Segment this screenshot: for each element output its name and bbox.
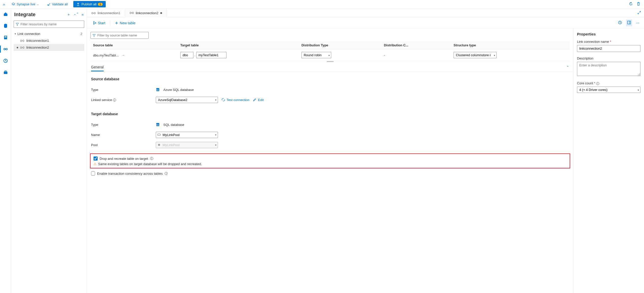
nav-develop[interactable] <box>2 34 9 41</box>
properties-heading: Properties <box>577 32 640 36</box>
sql-db-icon: SQL <box>156 123 160 127</box>
link-connection-icon <box>20 39 24 42</box>
nav-home[interactable] <box>2 11 9 18</box>
description-label: Description <box>577 56 640 60</box>
source-type-value: Azure SQL database <box>163 88 194 92</box>
structure-type-select[interactable]: Clustered columnstore ind <box>454 52 497 58</box>
linked-service-select[interactable]: AzureSqlDatabase2 <box>156 97 218 103</box>
new-table-button[interactable]: New table <box>112 20 138 26</box>
tx-consistency-checkbox[interactable] <box>91 171 95 175</box>
tree-group-link-connection[interactable]: ▾Link connection 2 <box>14 30 84 37</box>
col-distribution-column[interactable]: Distribution C... <box>381 41 451 49</box>
validate-all-button[interactable]: Validate all <box>45 1 71 7</box>
target-table-input[interactable] <box>196 52 227 58</box>
svg-marker-0 <box>12 3 15 4</box>
properties-toggle-icon[interactable] <box>626 19 632 26</box>
tree-group-label: Link connection <box>17 32 40 36</box>
publish-count-badge: 1 <box>98 3 102 6</box>
dirty-dot-icon <box>17 47 18 48</box>
svg-rect-15 <box>23 47 24 48</box>
info-icon[interactable]: i <box>150 157 153 160</box>
nav-manage[interactable] <box>2 69 9 76</box>
description-input[interactable] <box>577 62 640 76</box>
nav-data[interactable] <box>2 22 9 29</box>
tab-label: linkconnection1 <box>98 11 120 15</box>
target-pool-select: MyLinkPool <box>156 142 218 148</box>
target-name-select[interactable]: MyLinkPool <box>156 132 218 138</box>
properties-panel: Properties Link connection name * Descri… <box>573 28 644 293</box>
core-count-select[interactable]: 4 (+ 4 Driver cores) <box>577 87 640 93</box>
col-source-table[interactable]: Source table <box>91 41 178 49</box>
expand-editor-icon[interactable] <box>637 11 641 15</box>
target-type-label: Type <box>91 123 156 127</box>
integrate-sidebar: Integrate ＋ ⌄⌃ « ▾Link connection 2 link… <box>11 9 87 293</box>
col-distribution-type[interactable]: Distribution Type <box>299 41 381 49</box>
sidebar-title: Integrate <box>14 12 35 17</box>
work-area: linkconnection1 linkconnection2 Start <box>87 9 644 293</box>
more-actions-icon[interactable]: ⋯ <box>635 20 640 26</box>
edit-linked-service-button[interactable]: Edit <box>253 98 263 102</box>
top-bar: » Synapse live ⌄ Validate all Publish al… <box>0 0 644 9</box>
link-connection-icon <box>92 12 96 15</box>
drop-recreate-checkbox[interactable] <box>94 157 98 161</box>
svg-rect-14 <box>20 47 22 48</box>
filter-icon <box>93 34 96 37</box>
action-bar: Start New table ⋯ <box>87 18 644 28</box>
tab-linkconnection2[interactable]: linkconnection2 <box>125 9 167 18</box>
publish-all-button[interactable]: Publish all 1 <box>73 1 105 7</box>
delete-icon[interactable] <box>636 2 640 7</box>
publish-icon <box>76 3 80 6</box>
target-name-label: Name <box>91 133 156 137</box>
workspace-selector[interactable]: Synapse live ⌄ <box>9 1 41 7</box>
test-connection-button[interactable]: Test connection <box>221 98 249 102</box>
svg-rect-27 <box>628 21 631 24</box>
svg-rect-5 <box>5 37 7 37</box>
link-name-input[interactable] <box>577 45 640 52</box>
distribution-type-select[interactable]: Round robin <box>301 52 331 58</box>
linked-service-label: Linked service <box>91 98 112 102</box>
tx-consistency-label: Enable transaction consistency across ta… <box>97 172 163 175</box>
edit-icon <box>253 98 256 102</box>
svg-rect-18 <box>94 12 95 14</box>
tree-item-linkconnection1[interactable]: linkconnection1 <box>14 37 84 44</box>
filter-icon <box>16 23 19 26</box>
svg-rect-20 <box>130 12 131 14</box>
target-database-heading: Target database <box>91 112 569 116</box>
col-structure-type[interactable]: Structure type <box>451 41 565 49</box>
info-icon[interactable]: i <box>596 82 599 85</box>
svg-rect-33 <box>158 134 161 136</box>
chevron-up-icon: ⌃ <box>566 65 569 69</box>
nav-integrate[interactable] <box>2 46 9 53</box>
svg-rect-4 <box>5 36 7 37</box>
start-label: Start <box>98 21 105 25</box>
info-icon[interactable]: i <box>113 99 116 102</box>
svg-rect-17 <box>92 12 93 14</box>
refresh-icon[interactable] <box>629 2 633 7</box>
drop-recreate-label: Drop and recreate table on target <box>100 157 148 161</box>
tree-item-linkconnection2[interactable]: linkconnection2 <box>14 44 84 51</box>
tab-linkconnection1[interactable]: linkconnection1 <box>87 9 125 17</box>
info-icon[interactable]: i <box>165 172 168 175</box>
filter-resources-input[interactable] <box>14 21 84 28</box>
collapse-sidebar-icon[interactable]: « <box>82 12 84 17</box>
svg-rect-11 <box>20 40 22 41</box>
svg-text:SQL: SQL <box>156 124 160 126</box>
monitoring-icon[interactable] <box>617 19 623 26</box>
table-row[interactable]: dbo.myTestTabl... → . <box>91 49 570 61</box>
filter-source-table-input[interactable] <box>91 32 149 39</box>
test-connection-icon <box>221 98 225 102</box>
expand-all-icon[interactable]: ⌄⌃ <box>74 12 79 17</box>
tables-grid: Source table Target table Distribution T… <box>91 41 570 61</box>
expand-nav-icon[interactable]: » <box>2 2 6 6</box>
svg-rect-12 <box>23 40 24 41</box>
add-resource-icon[interactable]: ＋ <box>67 12 71 17</box>
tree-item-label: linkconnection1 <box>26 39 49 43</box>
source-type-label: Type <box>91 88 156 92</box>
col-target-table[interactable]: Target table <box>178 41 299 49</box>
general-accordion-header[interactable]: General ⌃ <box>87 62 573 72</box>
target-schema-input[interactable] <box>180 52 193 58</box>
caret-down-icon: ▾ <box>15 32 16 35</box>
general-tab-label: General <box>91 65 104 71</box>
start-button[interactable]: Start <box>91 20 108 26</box>
nav-monitor[interactable] <box>2 57 9 64</box>
